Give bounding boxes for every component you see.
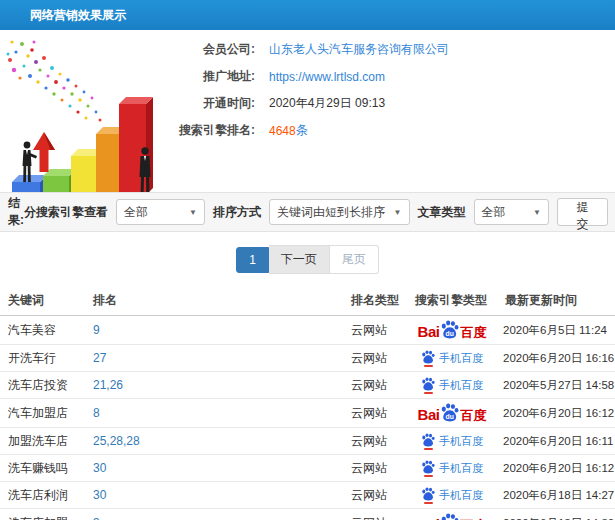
mobile-baidu-logo: 手机百度	[421, 433, 483, 450]
table-row: 洗车店投资 21,26 云网站 手机百度 2020年5月27日 14:58	[0, 372, 615, 399]
engine-rank-count: 4648	[269, 124, 296, 138]
result-label: 结果:	[8, 195, 24, 229]
results-table: 关键词 排名 排名类型 搜索引擎类型 最新更新时间 汽车美容 9 云网站 Bai…	[0, 286, 615, 520]
baidu-paw-icon	[421, 350, 435, 367]
engine-filter-value: 全部	[124, 204, 148, 221]
engine-rank-label: 搜索引擎排名:	[160, 122, 255, 139]
baidu-paw-icon: du	[440, 403, 459, 422]
svg-text:du: du	[446, 413, 454, 420]
updated-cell: 2020年5月27日 14:58	[497, 372, 615, 399]
article-type-label: 文章类型	[418, 204, 466, 221]
rank-type-cell: 云网站	[343, 372, 407, 399]
mobile-baidu-logo: 手机百度	[421, 487, 483, 504]
rank-type-cell: 云网站	[343, 455, 407, 482]
growth-chart-illustration	[0, 30, 185, 192]
submit-button[interactable]: 提交	[557, 198, 608, 226]
updated-cell: 2020年6月20日 16:12	[497, 399, 615, 428]
table-row: 汽车美容 9 云网站 Bai du 百度 2020年6月5日 11:24	[0, 316, 615, 345]
rank-link[interactable]: 25,28,28	[85, 428, 343, 455]
table-row: 洗车店加盟 3 云网站 Bai du 百度 2020年6月18日 14:30	[0, 509, 615, 520]
baidu-paw-icon	[421, 487, 435, 504]
rank-type-cell: 云网站	[343, 509, 407, 520]
engine-type-header: 搜索引擎类型	[407, 286, 497, 316]
table-row: 汽车加盟店 8 云网站 Bai du 百度 2020年6月20日 16:12	[0, 399, 615, 428]
keyword-cell: 洗车店利润	[0, 482, 85, 509]
pagination: 1 下一页 尾页	[0, 232, 615, 286]
rank-link[interactable]: 30	[85, 455, 343, 482]
sort-filter-label: 排序方式	[213, 204, 261, 221]
engine-rank-unit[interactable]: 条	[296, 122, 308, 139]
rank-type-header: 排名类型	[343, 286, 407, 316]
engine-filter-label: 分搜索引擎查看	[24, 204, 108, 221]
keyword-header: 关键词	[0, 286, 85, 316]
keyword-cell: 洗车店加盟	[0, 509, 85, 520]
rank-header: 排名	[85, 286, 343, 316]
rank-type-cell: 云网站	[343, 482, 407, 509]
rank-link[interactable]: 27	[85, 345, 343, 372]
engine-cell: 手机百度	[407, 372, 497, 399]
rank-type-cell: 云网站	[343, 345, 407, 372]
updated-cell: 2020年6月20日 16:12	[497, 455, 615, 482]
promo-url-label: 推广地址:	[160, 68, 255, 85]
keyword-cell: 开洗车行	[0, 345, 85, 372]
baidu-paw-icon: du	[440, 320, 459, 339]
open-time-value: 2020年4月29日 09:13	[269, 95, 385, 112]
member-company-row: 会员公司: 山东老人头汽车服务咨询有限公司	[160, 36, 610, 63]
baidu-paw-icon	[421, 460, 435, 477]
top-section: 会员公司: 山东老人头汽车服务咨询有限公司 推广地址: https://www.…	[0, 30, 615, 192]
keyword-cell: 汽车美容	[0, 316, 85, 345]
updated-cell: 2020年6月20日 16:16	[497, 345, 615, 372]
rank-link[interactable]: 8	[85, 399, 343, 428]
open-time-label: 开通时间:	[160, 95, 255, 112]
sort-filter-select[interactable]: 关键词由短到长排序 ▼	[269, 199, 410, 225]
updated-header: 最新更新时间	[497, 286, 615, 316]
engine-rank-row: 搜索引擎排名: 4648 条	[160, 117, 610, 144]
filter-bar: 结果: 分搜索引擎查看 全部 ▼ 排序方式 关键词由短到长排序 ▼ 文章类型 全…	[0, 192, 615, 232]
keyword-cell: 洗车店投资	[0, 372, 85, 399]
engine-cell: Bai du 百度	[407, 509, 497, 520]
rank-link[interactable]: 30	[85, 482, 343, 509]
keyword-cell: 洗车赚钱吗	[0, 455, 85, 482]
sort-filter-value: 关键词由短到长排序	[277, 204, 385, 221]
last-page-button[interactable]: 尾页	[330, 245, 379, 274]
rank-link[interactable]: 3	[85, 509, 343, 520]
baidu-logo: Bai du 百度	[418, 320, 487, 339]
engine-cell: Bai du 百度	[407, 316, 497, 345]
article-type-select[interactable]: 全部 ▼	[474, 199, 549, 225]
rank-link[interactable]: 9	[85, 316, 343, 345]
table-row: 洗车店利润 30 云网站 手机百度 2020年6月18日 14:27	[0, 482, 615, 509]
up-arrow	[33, 132, 55, 172]
updated-cell: 2020年6月18日 14:27	[497, 482, 615, 509]
page-1-button[interactable]: 1	[236, 247, 269, 273]
mobile-baidu-logo: 手机百度	[421, 350, 483, 367]
page-title: 网络营销效果展示	[30, 8, 126, 22]
rank-type-cell: 云网站	[343, 428, 407, 455]
baidu-paw-icon: du	[440, 513, 459, 520]
promo-url-link[interactable]: https://www.lrtlsd.com	[269, 70, 385, 84]
engine-cell: 手机百度	[407, 345, 497, 372]
filters-group: 分搜索引擎查看 全部 ▼ 排序方式 关键词由短到长排序 ▼ 文章类型 全部 ▼ …	[24, 198, 608, 226]
table-header-row: 关键词 排名 排名类型 搜索引擎类型 最新更新时间	[0, 286, 615, 316]
rank-link[interactable]: 21,26	[85, 372, 343, 399]
promo-url-row: 推广地址: https://www.lrtlsd.com	[160, 63, 610, 90]
baidu-paw-icon	[421, 377, 435, 394]
mobile-baidu-logo: 手机百度	[421, 460, 483, 477]
member-company-link[interactable]: 山东老人头汽车服务咨询有限公司	[269, 41, 449, 58]
chevron-down-icon: ▼	[394, 208, 402, 217]
engine-filter-select[interactable]: 全部 ▼	[116, 199, 205, 225]
updated-cell: 2020年6月5日 11:24	[497, 316, 615, 345]
confetti-dots	[7, 40, 102, 121]
article-type-value: 全部	[482, 204, 506, 221]
keyword-cell: 加盟洗车店	[0, 428, 85, 455]
next-page-button[interactable]: 下一页	[269, 245, 330, 274]
keyword-cell: 汽车加盟店	[0, 399, 85, 428]
engine-cell: 手机百度	[407, 455, 497, 482]
rank-type-cell: 云网站	[343, 316, 407, 345]
engine-cell: Bai du 百度	[407, 399, 497, 428]
member-company-label: 会员公司:	[160, 41, 255, 58]
member-info: 会员公司: 山东老人头汽车服务咨询有限公司 推广地址: https://www.…	[160, 36, 610, 144]
table-row: 开洗车行 27 云网站 手机百度 2020年6月20日 16:16	[0, 345, 615, 372]
mobile-baidu-logo: 手机百度	[421, 377, 483, 394]
page: 网络营销效果展示	[0, 0, 615, 520]
baidu-logo: Bai du 百度	[418, 513, 487, 520]
